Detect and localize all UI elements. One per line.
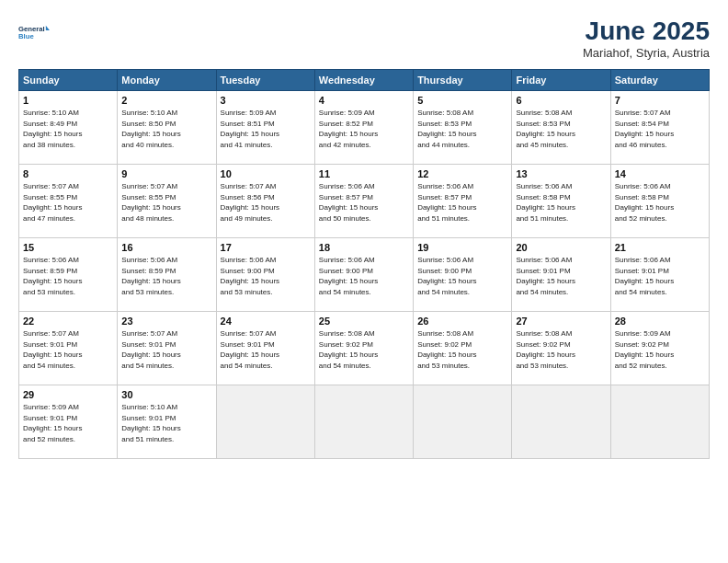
day-number: 18	[319, 242, 409, 253]
day-info: Sunrise: 5:07 AM Sunset: 8:56 PM Dayligh…	[221, 181, 311, 224]
calendar-cell	[610, 385, 709, 459]
day-info: Sunrise: 5:06 AM Sunset: 8:58 PM Dayligh…	[516, 181, 606, 224]
day-number: 21	[615, 242, 705, 253]
day-info: Sunrise: 5:08 AM Sunset: 8:53 PM Dayligh…	[417, 108, 507, 150]
logo: General Blue	[18, 17, 51, 50]
calendar-cell: 19Sunrise: 5:06 AM Sunset: 9:00 PM Dayli…	[414, 238, 512, 312]
day-info: Sunrise: 5:10 AM Sunset: 8:49 PM Dayligh…	[23, 108, 113, 150]
day-info: Sunrise: 5:06 AM Sunset: 9:01 PM Dayligh…	[615, 255, 705, 297]
calendar-cell: 29Sunrise: 5:09 AM Sunset: 9:01 PM Dayli…	[19, 385, 118, 459]
day-number: 13	[516, 168, 606, 179]
weekday-header: Monday	[118, 70, 216, 91]
calendar-cell: 23Sunrise: 5:07 AM Sunset: 9:01 PM Dayli…	[118, 312, 216, 385]
calendar-cell: 30Sunrise: 5:10 AM Sunset: 9:01 PM Dayli…	[118, 385, 216, 459]
logo-icon: General Blue	[18, 17, 51, 50]
calendar-cell: 25Sunrise: 5:08 AM Sunset: 9:02 PM Dayli…	[314, 312, 413, 385]
calendar-cell: 1Sunrise: 5:10 AM Sunset: 8:49 PM Daylig…	[19, 91, 118, 165]
day-number: 9	[121, 168, 211, 179]
day-number: 3	[221, 95, 311, 106]
day-info: Sunrise: 5:09 AM Sunset: 8:51 PM Dayligh…	[221, 108, 311, 150]
day-info: Sunrise: 5:08 AM Sunset: 9:02 PM Dayligh…	[319, 328, 409, 371]
day-number: 28	[615, 316, 705, 327]
day-number: 5	[417, 95, 507, 106]
calendar-cell: 24Sunrise: 5:07 AM Sunset: 9:01 PM Dayli…	[216, 312, 314, 385]
day-number: 15	[23, 242, 113, 253]
calendar-cell: 5Sunrise: 5:08 AM Sunset: 8:53 PM Daylig…	[414, 91, 512, 165]
calendar-cell: 28Sunrise: 5:09 AM Sunset: 9:02 PM Dayli…	[610, 312, 709, 385]
calendar-cell: 14Sunrise: 5:06 AM Sunset: 8:58 PM Dayli…	[610, 165, 709, 238]
calendar-cell: 10Sunrise: 5:07 AM Sunset: 8:56 PM Dayli…	[216, 165, 314, 238]
weekday-header: Sunday	[19, 70, 118, 91]
svg-text:Blue: Blue	[18, 32, 34, 40]
day-info: Sunrise: 5:09 AM Sunset: 9:01 PM Dayligh…	[23, 402, 113, 444]
day-info: Sunrise: 5:10 AM Sunset: 8:50 PM Dayligh…	[121, 108, 211, 150]
day-info: Sunrise: 5:07 AM Sunset: 8:55 PM Dayligh…	[121, 181, 211, 224]
day-number: 23	[121, 316, 211, 327]
day-info: Sunrise: 5:08 AM Sunset: 9:02 PM Dayligh…	[516, 328, 606, 371]
day-info: Sunrise: 5:06 AM Sunset: 8:58 PM Dayligh…	[615, 181, 705, 224]
calendar-cell: 4Sunrise: 5:09 AM Sunset: 8:52 PM Daylig…	[314, 91, 413, 165]
day-info: Sunrise: 5:06 AM Sunset: 9:01 PM Dayligh…	[516, 255, 606, 297]
weekday-header: Tuesday	[216, 70, 314, 91]
calendar-cell: 27Sunrise: 5:08 AM Sunset: 9:02 PM Dayli…	[512, 312, 610, 385]
calendar-table: SundayMondayTuesdayWednesdayThursdayFrid…	[18, 69, 710, 459]
day-number: 30	[121, 389, 211, 400]
calendar-cell: 3Sunrise: 5:09 AM Sunset: 8:51 PM Daylig…	[216, 91, 314, 165]
day-info: Sunrise: 5:06 AM Sunset: 9:00 PM Dayligh…	[221, 255, 311, 297]
day-info: Sunrise: 5:06 AM Sunset: 9:00 PM Dayligh…	[417, 255, 507, 297]
day-number: 17	[221, 242, 311, 253]
day-number: 14	[615, 168, 705, 179]
day-info: Sunrise: 5:07 AM Sunset: 8:55 PM Dayligh…	[23, 181, 113, 224]
calendar-cell: 8Sunrise: 5:07 AM Sunset: 8:55 PM Daylig…	[19, 165, 118, 238]
weekday-header-row: SundayMondayTuesdayWednesdayThursdayFrid…	[19, 70, 710, 91]
day-number: 29	[23, 389, 113, 400]
day-number: 20	[516, 242, 606, 253]
day-number: 16	[121, 242, 211, 253]
calendar-cell: 22Sunrise: 5:07 AM Sunset: 9:01 PM Dayli…	[19, 312, 118, 385]
day-info: Sunrise: 5:07 AM Sunset: 9:01 PM Dayligh…	[23, 328, 113, 371]
calendar-cell: 21Sunrise: 5:06 AM Sunset: 9:01 PM Dayli…	[610, 238, 709, 312]
day-info: Sunrise: 5:06 AM Sunset: 8:57 PM Dayligh…	[319, 181, 409, 224]
day-info: Sunrise: 5:06 AM Sunset: 8:59 PM Dayligh…	[121, 255, 211, 297]
day-info: Sunrise: 5:07 AM Sunset: 8:54 PM Dayligh…	[615, 108, 705, 150]
day-number: 25	[319, 316, 409, 327]
calendar-cell: 6Sunrise: 5:08 AM Sunset: 8:53 PM Daylig…	[512, 91, 610, 165]
weekday-header: Wednesday	[314, 70, 413, 91]
day-info: Sunrise: 5:06 AM Sunset: 8:59 PM Dayligh…	[23, 255, 113, 297]
calendar-cell: 11Sunrise: 5:06 AM Sunset: 8:57 PM Dayli…	[314, 165, 413, 238]
day-info: Sunrise: 5:09 AM Sunset: 8:52 PM Dayligh…	[319, 108, 409, 150]
day-info: Sunrise: 5:10 AM Sunset: 9:01 PM Dayligh…	[121, 402, 211, 444]
day-info: Sunrise: 5:08 AM Sunset: 8:53 PM Dayligh…	[516, 108, 606, 150]
calendar-row: 22Sunrise: 5:07 AM Sunset: 9:01 PM Dayli…	[19, 312, 710, 385]
weekday-header: Friday	[512, 70, 610, 91]
day-number: 4	[319, 95, 409, 106]
calendar-cell	[216, 385, 314, 459]
calendar-page: General Blue June 2025 Mariahof, Styria,…	[0, 0, 728, 563]
day-number: 7	[615, 95, 705, 106]
calendar-cell: 9Sunrise: 5:07 AM Sunset: 8:55 PM Daylig…	[118, 165, 216, 238]
day-number: 12	[417, 168, 507, 179]
day-info: Sunrise: 5:07 AM Sunset: 9:01 PM Dayligh…	[221, 328, 311, 371]
calendar-cell: 12Sunrise: 5:06 AM Sunset: 8:57 PM Dayli…	[414, 165, 512, 238]
weekday-header: Thursday	[414, 70, 512, 91]
svg-text:General: General	[18, 25, 45, 33]
month-title: June 2025	[583, 17, 710, 46]
calendar-cell: 13Sunrise: 5:06 AM Sunset: 8:58 PM Dayli…	[512, 165, 610, 238]
calendar-cell: 2Sunrise: 5:10 AM Sunset: 8:50 PM Daylig…	[118, 91, 216, 165]
calendar-row: 15Sunrise: 5:06 AM Sunset: 8:59 PM Dayli…	[19, 238, 710, 312]
calendar-cell: 15Sunrise: 5:06 AM Sunset: 8:59 PM Dayli…	[19, 238, 118, 312]
calendar-cell: 7Sunrise: 5:07 AM Sunset: 8:54 PM Daylig…	[610, 91, 709, 165]
calendar-cell: 20Sunrise: 5:06 AM Sunset: 9:01 PM Dayli…	[512, 238, 610, 312]
day-info: Sunrise: 5:08 AM Sunset: 9:02 PM Dayligh…	[417, 328, 507, 371]
title-block: June 2025 Mariahof, Styria, Austria	[583, 17, 710, 60]
calendar-row: 1Sunrise: 5:10 AM Sunset: 8:49 PM Daylig…	[19, 91, 710, 165]
day-info: Sunrise: 5:07 AM Sunset: 9:01 PM Dayligh…	[121, 328, 211, 371]
day-number: 24	[221, 316, 311, 327]
calendar-row: 8Sunrise: 5:07 AM Sunset: 8:55 PM Daylig…	[19, 165, 710, 238]
calendar-cell: 18Sunrise: 5:06 AM Sunset: 9:00 PM Dayli…	[314, 238, 413, 312]
day-number: 26	[417, 316, 507, 327]
calendar-cell: 17Sunrise: 5:06 AM Sunset: 9:00 PM Dayli…	[216, 238, 314, 312]
calendar-row: 29Sunrise: 5:09 AM Sunset: 9:01 PM Dayli…	[19, 385, 710, 459]
day-number: 1	[23, 95, 113, 106]
calendar-cell	[314, 385, 413, 459]
